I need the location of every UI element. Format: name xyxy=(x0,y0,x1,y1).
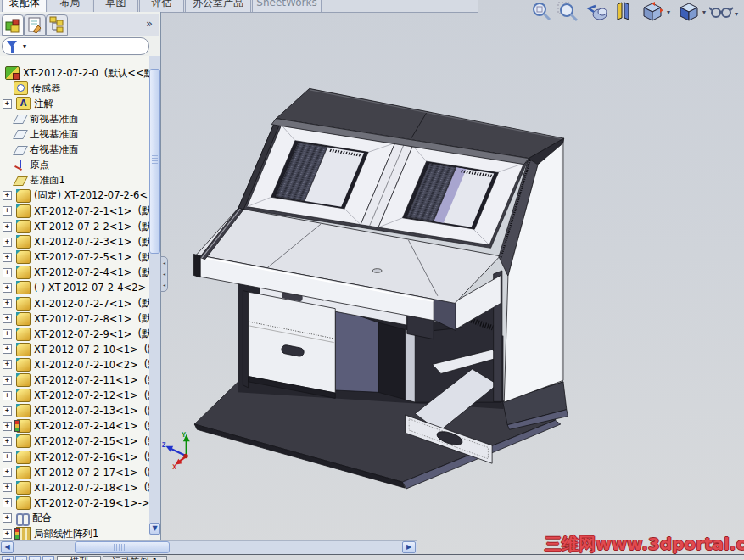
tree-row[interactable]: + XT-2012-07-2-10<1> (默 xyxy=(0,342,149,357)
tree-row[interactable]: + XT-2012-07-2-9<1> (默认 xyxy=(0,327,149,342)
expander-icon[interactable]: + xyxy=(3,191,12,200)
command-tab-6[interactable]: SheetWorks xyxy=(252,0,322,13)
tree-item-icon xyxy=(16,328,31,341)
tree-item-icon xyxy=(16,97,31,110)
tab-propertymanager[interactable] xyxy=(24,14,46,36)
tree-row[interactable]: 上视基准面 xyxy=(0,126,149,142)
tree-row[interactable]: + XT-2012-07-2-17<1> (默 xyxy=(0,465,149,480)
expander-icon[interactable]: + xyxy=(3,422,12,431)
tree-row[interactable]: + XT-2012-07-2-7<1> (默认 xyxy=(0,296,149,311)
tree-row[interactable]: + (固定) XT-2012-07-2-6< xyxy=(0,188,149,204)
tree-row[interactable]: + XT-2012-07-2-19<1>->? xyxy=(0,496,149,511)
expander-icon[interactable]: + xyxy=(3,483,12,492)
expander-icon[interactable]: + xyxy=(3,344,12,354)
expander-icon[interactable]: + xyxy=(3,206,12,216)
tree-row[interactable]: + XT-2012-07-2-12<1> (默 xyxy=(0,388,149,403)
command-tab-4[interactable]: 评估 xyxy=(139,0,184,13)
filter-dropdown-icon[interactable]: ▾ xyxy=(23,42,26,50)
tab-scroll-first-button[interactable]: ⏮ xyxy=(2,556,14,560)
triad-z-label: Z xyxy=(162,441,166,449)
tree-row[interactable]: + XT-2012-07-2-11<1> (默 xyxy=(0,372,149,388)
tree-row[interactable]: + 局部线性阵列1 xyxy=(0,526,149,541)
expander-icon[interactable]: + xyxy=(3,513,12,523)
tab-scroll-next-button[interactable]: ▸ xyxy=(29,556,41,560)
command-tab-5[interactable]: 办公室产品 xyxy=(185,0,251,13)
tree-item-label: 注解 xyxy=(34,98,53,110)
expander-icon[interactable]: + xyxy=(3,268,12,277)
tree-item-label: (-) XT-2012-07-2-4<2> xyxy=(34,282,146,294)
expander-icon[interactable]: + xyxy=(3,452,12,462)
tree-item-icon xyxy=(14,175,26,187)
expander-icon[interactable]: + xyxy=(3,314,12,323)
tree-item-suffix: (默认 xyxy=(137,328,149,340)
tree-row[interactable]: + XT-2012-07-2-14<1> (默 xyxy=(0,418,149,434)
expander-icon[interactable]: + xyxy=(3,391,12,400)
expander-icon[interactable]: + xyxy=(3,329,12,339)
expander-icon[interactable]: + xyxy=(3,222,12,232)
tree-scroll-down-button[interactable]: ▼ xyxy=(149,523,160,535)
expander-icon[interactable]: + xyxy=(3,299,12,308)
tree-row[interactable]: + (-) XT-2012-07-2-4<2> xyxy=(0,280,149,295)
tab-scroll-prev-button[interactable]: ◂ xyxy=(15,556,27,560)
tree-row[interactable]: + XT-2012-07-2-13<1> (默 xyxy=(0,403,149,418)
tree-row[interactable]: + XT-2012-07-2-8<1> (默认 xyxy=(0,311,149,327)
command-tab-2[interactable]: 布局 xyxy=(48,0,92,13)
tree-row[interactable]: 传感器 xyxy=(0,81,149,96)
horizontal-scrollbar[interactable] xyxy=(0,540,417,555)
expander-icon[interactable]: + xyxy=(3,253,12,262)
command-tab-1[interactable]: 装配体 xyxy=(2,0,47,13)
tree-item-label: 上视基准面 xyxy=(30,128,79,141)
tree-item-label: XT-2012-07-2-5<1> xyxy=(34,251,131,263)
command-tab-3[interactable]: 草图 xyxy=(93,0,138,13)
tree-row[interactable]: + XT-2012-07-2-18<1> (默 xyxy=(0,480,149,496)
console-desk-model xyxy=(193,88,568,489)
scroll-right-button[interactable]: ▶ xyxy=(402,541,416,553)
expander-icon[interactable]: + xyxy=(3,437,12,446)
tree-row[interactable]: 前视基准面 xyxy=(0,111,149,126)
tree-row[interactable]: 右视基准面 xyxy=(0,143,149,158)
tab-configurationmanager[interactable] xyxy=(46,14,68,36)
graphics-viewport[interactable]: Y Z X xyxy=(161,12,744,554)
tab-featuremanager-tree[interactable] xyxy=(2,14,24,36)
expander-icon[interactable]: + xyxy=(3,360,12,369)
featuremanager-panel: » ▾ XT-2012-07-2-0 (默认<<默 传感器 + 注解 前视基准面… xyxy=(0,12,161,554)
tree-item-label: 基准面1 xyxy=(30,174,65,187)
tree-row[interactable]: + XT-2012-07-2-10<2> (默 xyxy=(0,357,149,372)
expander-icon[interactable]: + xyxy=(3,468,12,477)
panel-more-tabs-button[interactable]: » xyxy=(146,17,153,30)
tree-row[interactable]: + XT-2012-07-2-15<1> (默 xyxy=(0,434,149,449)
expander-icon[interactable]: + xyxy=(3,406,12,416)
tree-row[interactable]: 基准面1 xyxy=(0,173,149,188)
tree-row[interactable]: + XT-2012-07-2-16<1> (默 xyxy=(0,450,149,465)
tree-row[interactable]: + XT-2012-07-2-2<1> (默认 xyxy=(0,219,149,234)
tree-row[interactable]: + XT-2012-07-2-5<1> (默认 xyxy=(0,249,149,265)
command-tab-bar: 装配体布局草图评估办公室产品SheetWorks xyxy=(0,0,478,13)
tree-row[interactable]: + 注解 xyxy=(0,96,149,111)
tree-item-label: XT-2012-07-2-0 xyxy=(23,67,98,79)
tree-row[interactable]: XT-2012-07-2-0 (默认<<默 xyxy=(0,65,149,81)
tree-item-label: XT-2012-07-2-9<1> xyxy=(34,328,131,340)
tree-row[interactable]: + XT-2012-07-2-3<1> (默认 xyxy=(0,234,149,249)
bottom-tab-2[interactable]: 运动算例 1 xyxy=(103,556,167,560)
tree-row[interactable]: 原点 xyxy=(0,158,149,173)
expander-icon[interactable]: + xyxy=(3,283,12,293)
tree-item-label: XT-2012-07-2-17<1> xyxy=(34,467,138,479)
tree-row[interactable]: + XT-2012-07-2-1<1> (默认 xyxy=(0,204,149,219)
expander-icon[interactable]: + xyxy=(3,529,12,539)
tree-item-label: XT-2012-07-2-3<1> xyxy=(34,236,131,248)
tree-item-icon xyxy=(16,496,31,510)
expander-icon[interactable]: + xyxy=(3,99,12,109)
expander-icon[interactable]: + xyxy=(3,238,12,247)
expander-icon[interactable]: + xyxy=(3,498,12,507)
bottom-tab-1[interactable]: 模型 xyxy=(57,556,101,560)
tab-scroll-last-button[interactable]: ⏭ xyxy=(42,556,54,560)
panel-splitter-handle[interactable]: ◂◂◂ xyxy=(160,256,168,292)
scroll-left-button[interactable]: ◀ xyxy=(1,541,14,553)
expander-icon[interactable]: + xyxy=(3,376,12,385)
tree-item-icon xyxy=(5,66,20,80)
orientation-triad: Y Z X xyxy=(162,431,190,471)
tree-item-icon xyxy=(16,404,31,417)
tree-filter-bar[interactable]: ▾ xyxy=(2,37,149,55)
tree-row[interactable]: + 配合 xyxy=(0,511,149,526)
tree-row[interactable]: + XT-2012-07-2-4<1> (默认 xyxy=(0,265,149,280)
